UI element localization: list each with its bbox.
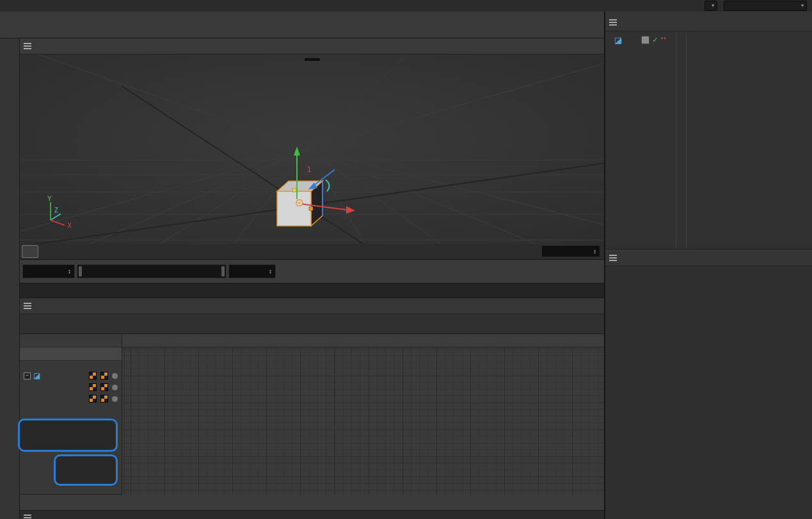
viewport-canvas: 1 (20, 54, 604, 244)
object-manager-menubar (605, 12, 812, 31)
gizmo-value-label: 1 (306, 165, 312, 174)
main-toolbar (0, 12, 604, 38)
fcurve-graph[interactable] (122, 347, 604, 495)
object-row-cube[interactable]: ◪ ✓ °° (605, 34, 667, 45)
current-frame-field[interactable]: ▲▼ (22, 264, 75, 278)
attribute-manager-menubar (605, 250, 812, 266)
perspective-viewport[interactable]: 1 Y Z X (20, 54, 604, 244)
enable-dot-icon[interactable] (112, 385, 118, 390)
spinner-icon[interactable]: ▲▼ (269, 269, 272, 274)
attribute-manager-body[interactable] (605, 266, 812, 519)
annotation-double-click (18, 419, 118, 452)
collapse-icon[interactable]: − (24, 372, 31, 379)
enabled-check-icon[interactable]: ✓ (652, 36, 658, 44)
preview-range-slider[interactable] (77, 264, 227, 278)
fcurve-ruler[interactable] (122, 334, 604, 347)
tree-item-position-x[interactable] (20, 381, 122, 393)
fcurve-canvas (122, 347, 604, 495)
range-handle-right[interactable] (221, 266, 225, 276)
hamburger-icon[interactable] (24, 517, 31, 518)
node-space-select[interactable]: ▾ (705, 1, 717, 11)
key-toggle-icon[interactable] (89, 383, 97, 391)
timeline-ticks (38, 244, 543, 259)
axis-z-label: Z (54, 207, 58, 214)
menubar-right: ▾ ▾ (701, 0, 812, 12)
fcurve-value-labels (122, 347, 148, 495)
hamburger-icon[interactable] (24, 45, 31, 47)
viewport-menubar (20, 38, 604, 54)
layer-toggle-icon[interactable] (641, 36, 649, 44)
hamburger-icon[interactable] (24, 305, 31, 307)
fcurve-menubar (20, 298, 604, 314)
lower-window-tabs (20, 283, 604, 298)
bottom-bar (20, 510, 604, 519)
fcurve-panel-title (20, 347, 122, 361)
cube-icon: ◪ (33, 371, 40, 380)
visibility-dots-icon[interactable]: °° (661, 36, 667, 43)
range-handle-left[interactable] (79, 266, 82, 276)
chevron-down-icon: ▾ (712, 1, 714, 10)
interface-select[interactable]: ▾ (724, 1, 807, 11)
fcurve-toolbar (20, 314, 604, 334)
hamburger-icon[interactable] (609, 257, 617, 259)
key-toggle-icon[interactable] (89, 395, 97, 403)
hamburger-icon[interactable] (609, 22, 617, 23)
transport-bar: ▲▼ ▲▼ (20, 260, 604, 283)
enable-dot-icon[interactable] (112, 373, 118, 379)
key-toggle-icon[interactable] (89, 372, 97, 379)
cube-icon: ◪ (614, 35, 622, 45)
axis-indicator: Y Z X (36, 195, 81, 230)
key-toggle-icon[interactable] (100, 372, 108, 379)
cinema4d-window: ▾ ▾ (0, 0, 812, 519)
menubar (0, 0, 812, 12)
camera-badge[interactable] (305, 58, 320, 61)
tree-item-position-y[interactable] (20, 393, 122, 404)
key-toggle-icon[interactable] (100, 395, 108, 403)
left-mode-toolbar (0, 38, 20, 519)
annotation-click (54, 454, 118, 486)
object-manager-list[interactable]: ◪ ✓ °° (605, 31, 812, 250)
tree-item-cube[interactable]: − ◪ (20, 370, 122, 381)
status-bar (20, 494, 604, 510)
key-toggle-icon[interactable] (100, 383, 108, 391)
axis-x-label: X (67, 222, 72, 228)
spinner-icon[interactable]: ▲▼ (593, 249, 596, 254)
chevron-down-icon: ▾ (801, 1, 804, 10)
spinner-icon[interactable]: ▲▼ (68, 269, 71, 274)
enable-dot-icon[interactable] (112, 396, 118, 402)
fcurve-graph-area (122, 334, 604, 494)
right-panel: ◪ ✓ °° (604, 12, 812, 519)
range-end-field[interactable]: ▲▼ (228, 264, 276, 278)
axis-y-label: Y (47, 195, 52, 202)
frame-field[interactable]: ▲▼ (541, 245, 600, 257)
timeline-ruler[interactable]: ▲▼ (20, 244, 604, 260)
timeline-playhead[interactable] (22, 245, 38, 258)
